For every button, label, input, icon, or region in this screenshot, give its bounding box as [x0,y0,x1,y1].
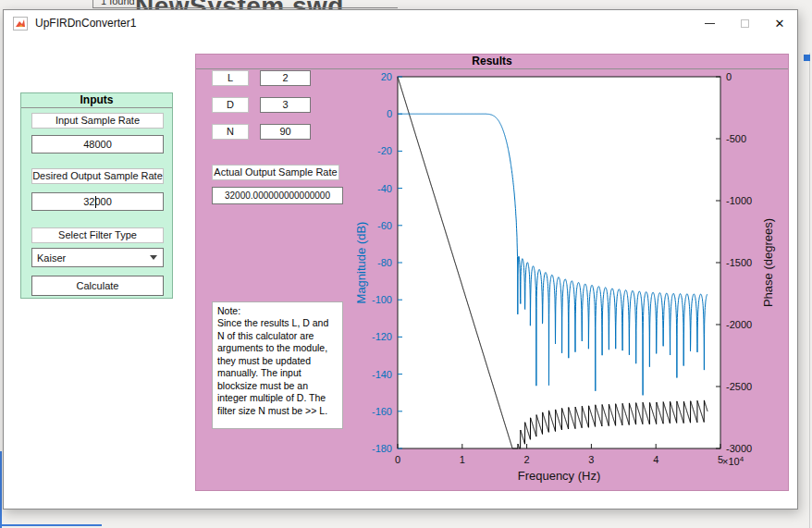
svg-text:20: 20 [381,71,392,82]
result-L-value[interactable]: 2 [260,70,311,86]
svg-text:0: 0 [387,108,392,119]
svg-text:-500: -500 [726,133,746,144]
chevron-down-icon [150,255,157,260]
svg-text:-100: -100 [372,294,392,305]
minimize-button[interactable] [692,10,727,36]
filter-type-selected-value: Kaiser [37,252,66,264]
actual-output-rate-value[interactable]: 32000.000000000000000 [212,187,343,204]
input-sample-rate-field[interactable]: 48000 [31,135,164,153]
svg-text:-2000: -2000 [726,319,752,330]
svg-text:1: 1 [460,454,465,465]
svg-text:-140: -140 [372,369,392,380]
right-edge-scrollbar-line [809,53,810,528]
svg-text:4: 4 [653,454,658,465]
result-D-value-text: 3 [282,99,288,110]
result-N-label: N [212,124,249,140]
svg-text:-40: -40 [377,183,392,194]
svg-text:-80: -80 [377,257,392,268]
svg-text:-120: -120 [372,331,392,342]
svg-text:Magnitude (dB): Magnitude (dB) [354,222,368,304]
note-title: Note: [217,305,240,316]
output-sample-rate-field[interactable]: 32000 [31,192,164,211]
background-tab-text: 1 found [101,0,135,6]
window-body: Inputs Input Sample Rate 48000 Desired O… [4,36,797,509]
svg-text:0: 0 [395,454,400,465]
filter-type-dropdown[interactable]: Kaiser [31,248,164,267]
window-controls: ✕ [692,10,797,36]
close-button[interactable]: ✕ [762,10,797,36]
matlab-app-icon [13,17,28,31]
background-tab-underline [92,7,398,8]
window-title-bar[interactable]: UpFIRDnConverter1 ✕ [4,10,797,36]
left-edge-accent-vertical [0,451,2,528]
upfirdn-converter-window: UpFIRDnConverter1 ✕ Inputs Input Sample … [3,9,798,510]
right-edge-marker [804,55,810,61]
svg-text:3: 3 [588,454,594,465]
svg-text:-180: -180 [372,443,392,454]
actual-output-rate-value-text: 32000.000000000000000 [225,190,330,201]
result-L-label: L [212,70,249,86]
result-D-value[interactable]: 3 [260,97,311,113]
close-icon: ✕ [775,17,785,31]
calculate-button[interactable]: Calculate [31,276,164,296]
note-box: Note: Since the results L, D and N of th… [212,301,343,429]
svg-text:Phase (degrees): Phase (degrees) [761,218,775,307]
svg-text:2: 2 [524,454,530,465]
svg-text:-3000: -3000 [726,443,752,454]
svg-text:-160: -160 [372,406,392,417]
window-title: UpFIRDnConverter1 [35,17,136,30]
text-caret [95,196,96,208]
input-sample-rate-value: 48000 [83,139,112,150]
result-N-value[interactable]: 90 [260,124,311,140]
actual-output-rate-label: Actual Output Sample Rate [212,165,339,180]
filter-type-label: Select Filter Type [31,227,164,243]
svg-text:-60: -60 [377,220,392,231]
response-plot-svg: 200-20-40-60-80-100-120-140-160-1800-500… [353,57,792,488]
note-body: Since the results L, D and N of this cal… [217,317,328,415]
svg-text:Frequency (Hz): Frequency (Hz) [518,469,601,483]
svg-text:-20: -20 [377,145,392,156]
results-panel: Results L 2 D 3 N 90 Actual Output Sampl… [195,54,789,491]
result-L-value-text: 2 [282,72,288,83]
inputs-panel-title: Inputs [21,93,172,108]
inputs-panel: Inputs Input Sample Rate 48000 Desired O… [20,92,173,299]
output-sample-rate-value: 32000 [83,196,112,207]
result-N-value-text: 90 [279,126,290,137]
svg-text:×104: ×104 [722,455,744,467]
left-edge-accent-horizontal [0,524,102,526]
svg-text:-1000: -1000 [726,195,752,206]
input-sample-rate-label: Input Sample Rate [31,113,164,129]
result-D-label: D [212,97,249,113]
svg-text:-1500: -1500 [726,257,752,268]
minimize-icon [705,23,715,24]
svg-text:0: 0 [726,71,732,82]
output-sample-rate-label: Desired Output Sample Rate [31,168,164,184]
svg-text:-2500: -2500 [726,381,752,392]
maximize-button[interactable] [727,10,762,36]
maximize-icon [741,19,749,28]
response-plot: 200-20-40-60-80-100-120-140-160-1800-500… [353,57,792,488]
